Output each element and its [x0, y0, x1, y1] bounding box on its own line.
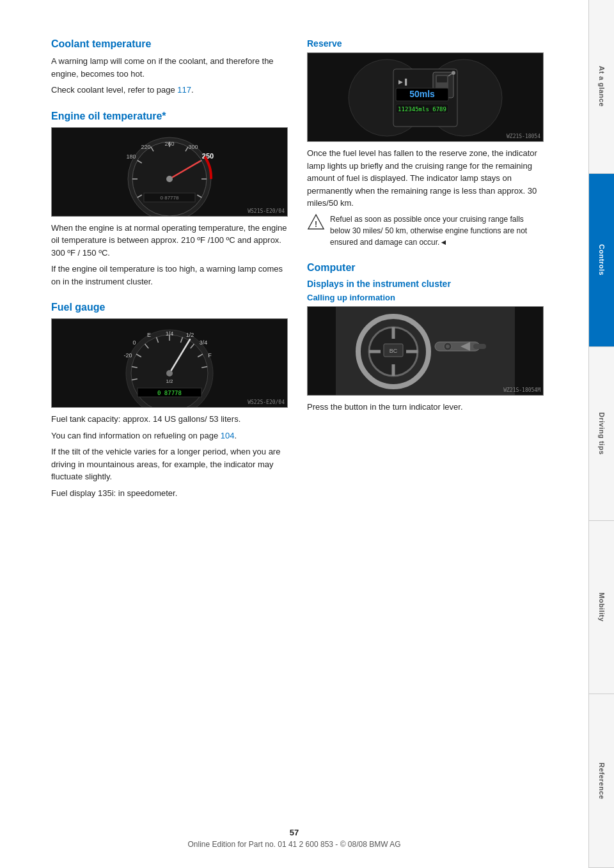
- svg-text:BC: BC: [390, 348, 398, 354]
- fuel-body4: Fuel display 135i: in speedometer.: [51, 487, 288, 500]
- calling-up-heading: Calling up information: [307, 293, 544, 302]
- fuel-body3: If the tilt of the vehicle varies for a …: [51, 446, 288, 483]
- svg-text:-20: -20: [123, 352, 132, 359]
- svg-point-18: [166, 176, 173, 182]
- svg-text:3/4: 3/4: [200, 339, 208, 346]
- fuel-gauge-heading: Fuel gauge: [51, 302, 288, 313]
- svg-text:180: 180: [126, 153, 136, 160]
- computer-body1: Press the button in the turn indicator l…: [307, 401, 544, 414]
- engine-oil-body2: If the engine oil temperature is too hig…: [51, 263, 288, 288]
- svg-text:0 87778: 0 87778: [161, 195, 179, 201]
- computer-heading: Computer: [307, 262, 544, 274]
- reserve-heading: Reserve: [307, 38, 544, 49]
- computer-tag: WZ21S-18054M: [503, 387, 540, 393]
- engine-oil-gauge-svg: 180 220 260 300 250 0 87778: [52, 128, 287, 217]
- svg-text:50mls: 50mls: [409, 89, 435, 99]
- coolant-body2-end: .: [191, 85, 194, 95]
- sidebar-tab-driving-tips[interactable]: Driving tips: [589, 347, 614, 521]
- coolant-heading: Coolant temperature: [51, 38, 288, 50]
- fuel-gauge-svg: -20 0 E 1/4 1/2 3/4 F 1/2: [52, 319, 287, 408]
- svg-rect-72: [435, 342, 480, 351]
- reserve-body1: Once the fuel level has fallen to the re…: [307, 147, 544, 210]
- computer-svg: BC: [308, 307, 543, 396]
- svg-rect-73: [473, 344, 486, 349]
- svg-text:220: 220: [141, 144, 150, 150]
- warning-triangle-icon: !: [307, 213, 325, 231]
- svg-point-42: [166, 370, 173, 376]
- left-column: Coolant temperature A warning lamp will …: [51, 38, 288, 830]
- reserve-section: Reserve: [307, 38, 544, 248]
- fuel-gauge-section: Fuel gauge: [51, 302, 288, 499]
- fuel-body2: You can find information on refueling on…: [51, 430, 288, 442]
- svg-text:1/2: 1/2: [186, 332, 194, 338]
- coolant-body2: Check coolant level, refer to page 117.: [51, 84, 288, 97]
- sidebar-tab-reference[interactable]: Reference: [589, 694, 614, 868]
- svg-point-76: [446, 345, 450, 348]
- svg-text:!: !: [315, 219, 317, 228]
- coolant-page-link[interactable]: 117: [177, 85, 191, 95]
- svg-text:1/4: 1/4: [166, 330, 174, 337]
- svg-rect-52: [437, 76, 447, 82]
- sidebar-tab-controls[interactable]: Controls: [589, 174, 614, 348]
- footer-text: Online Edition for Part no. 01 41 2 600 …: [187, 840, 400, 849]
- svg-point-54: [452, 71, 455, 75]
- svg-text:1/2: 1/2: [166, 378, 173, 384]
- main-content: Coolant temperature A warning lamp will …: [0, 0, 588, 868]
- svg-text:0: 0: [132, 339, 136, 346]
- fuel-gauge-tag: WS22S-E20/04: [248, 399, 285, 405]
- fuel-gauge-image: -20 0 E 1/4 1/2 3/4 F 1/2: [51, 318, 288, 408]
- fuel-page-link[interactable]: 104: [221, 431, 235, 440]
- reserve-image: ▶▐ 50mls 112345mls 6789 WZ21S-18054: [307, 52, 544, 142]
- right-column: Reserve: [307, 38, 544, 830]
- sidebar-tab-mobility[interactable]: Mobility: [589, 521, 614, 695]
- engine-oil-image: 180 220 260 300 250 0 87778: [51, 127, 288, 217]
- page-number: 57: [0, 828, 588, 837]
- engine-oil-heading: Engine oil temperature*: [51, 111, 288, 122]
- displays-heading: Displays in the instrument cluster: [307, 279, 544, 289]
- svg-text:F: F: [208, 352, 212, 359]
- svg-text:112345mls 6789: 112345mls 6789: [398, 106, 446, 112]
- coolant-body1: A warning lamp will come on if the coola…: [51, 55, 288, 80]
- computer-section: Computer Displays in the instrument clus…: [307, 262, 544, 414]
- fuel-body2-text: You can find information on refueling on…: [51, 431, 221, 440]
- engine-oil-section: Engine oil temperature*: [51, 111, 288, 288]
- fuel-body2-end: .: [234, 431, 237, 440]
- engine-oil-tag: WS21S-E20/04: [248, 208, 285, 214]
- warning-box: ! Refuel as soon as possible once your c…: [307, 213, 544, 248]
- svg-text:300: 300: [188, 144, 198, 150]
- engine-oil-body1: When the engine is at normal operating t…: [51, 222, 288, 260]
- coolant-body2-text: Check coolant level, refer to page: [51, 85, 177, 95]
- svg-text:250: 250: [202, 152, 214, 160]
- computer-image: BC WZ21S-18054M: [307, 306, 544, 396]
- reserve-warning-text: Refuel as soon as possible once your cru…: [330, 213, 544, 248]
- coolant-section: Coolant temperature A warning lamp will …: [51, 38, 288, 97]
- page-wrapper: Coolant temperature A warning lamp will …: [0, 0, 614, 868]
- svg-text:0 87778: 0 87778: [157, 390, 182, 396]
- fuel-body1: Fuel tank capacity: approx. 14 US gallon…: [51, 413, 288, 426]
- svg-text:260: 260: [164, 141, 174, 147]
- sidebar-tab-at-a-glance[interactable]: At a glance: [589, 0, 614, 174]
- reserve-svg: ▶▐ 50mls 112345mls 6789: [308, 53, 543, 142]
- svg-rect-63: [336, 307, 515, 396]
- reserve-tag: WZ21S-18054: [507, 134, 540, 139]
- svg-text:E: E: [147, 332, 151, 338]
- svg-text:▶▐: ▶▐: [398, 78, 407, 86]
- right-sidebar: At a glance Controls Driving tips Mobili…: [588, 0, 614, 868]
- page-footer: 57 Online Edition for Part no. 01 41 2 6…: [0, 828, 588, 849]
